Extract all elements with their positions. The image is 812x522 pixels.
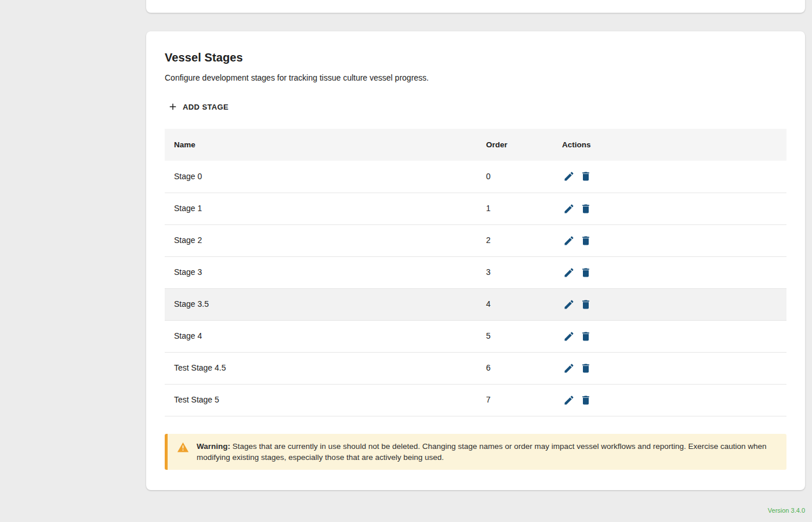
trash-icon bbox=[580, 367, 592, 376]
pencil-icon bbox=[563, 208, 575, 216]
pencil-icon bbox=[563, 240, 575, 248]
table-header: Name Order Actions bbox=[165, 129, 786, 161]
trash-icon bbox=[580, 240, 592, 248]
trash-icon bbox=[580, 335, 592, 344]
column-header-actions: Actions bbox=[553, 129, 786, 161]
warning-text-body: Stages that are currently in use should … bbox=[197, 442, 767, 462]
delete-stage-button[interactable] bbox=[579, 266, 593, 280]
stage-name-cell: Stage 0 bbox=[165, 161, 477, 193]
stage-actions-cell bbox=[553, 193, 786, 224]
add-stage-button-label: ADD STAGE bbox=[183, 103, 229, 111]
pencil-icon bbox=[563, 175, 575, 184]
edit-stage-button[interactable] bbox=[562, 202, 576, 216]
stage-row: Stage 33 bbox=[165, 256, 786, 288]
stage-actions-cell bbox=[553, 384, 786, 416]
stages-table: Name Order Actions Stage 00Stage 11Stage… bbox=[165, 129, 786, 416]
edit-stage-button[interactable] bbox=[562, 393, 576, 407]
warning-banner: Warning: Stages that are currently in us… bbox=[165, 434, 786, 470]
stage-row: Test Stage 57 bbox=[165, 384, 786, 416]
previous-card-bottom-edge bbox=[146, 0, 805, 13]
delete-stage-button[interactable] bbox=[579, 234, 593, 248]
stage-row: Stage 22 bbox=[165, 224, 786, 256]
edit-stage-button[interactable] bbox=[562, 266, 576, 280]
stage-order-cell: 1 bbox=[477, 193, 553, 224]
warning-triangle-icon bbox=[177, 441, 189, 454]
stage-name-cell: Stage 2 bbox=[165, 224, 477, 256]
trash-icon bbox=[580, 271, 592, 280]
stage-name-cell: Stage 4 bbox=[165, 320, 477, 352]
pencil-icon bbox=[563, 399, 575, 408]
pencil-icon bbox=[563, 303, 575, 312]
stage-order-cell: 4 bbox=[477, 288, 553, 320]
stage-order-cell: 0 bbox=[477, 161, 553, 193]
delete-stage-button[interactable] bbox=[579, 393, 593, 407]
stage-name-cell: Test Stage 5 bbox=[165, 384, 477, 416]
edit-stage-button[interactable] bbox=[562, 169, 576, 183]
stage-order-cell: 2 bbox=[477, 224, 553, 256]
edit-stage-button[interactable] bbox=[562, 234, 576, 248]
stage-name-cell: Stage 3 bbox=[165, 256, 477, 288]
edit-stage-button[interactable] bbox=[562, 361, 576, 375]
stage-order-cell: 3 bbox=[477, 256, 553, 288]
stage-actions-cell bbox=[553, 352, 786, 384]
stage-row: Stage 3.54 bbox=[165, 288, 786, 320]
stage-order-cell: 6 bbox=[477, 352, 553, 384]
edit-stage-button[interactable] bbox=[562, 298, 576, 311]
stage-name-cell: Test Stage 4.5 bbox=[165, 352, 477, 384]
vessel-stages-card: Vessel Stages Configure development stag… bbox=[146, 31, 805, 490]
delete-stage-button[interactable] bbox=[579, 169, 593, 183]
warning-text-bold: Warning: bbox=[197, 442, 230, 451]
add-stage-button[interactable]: ADD STAGE bbox=[165, 98, 233, 115]
stage-row: Stage 00 bbox=[165, 161, 786, 193]
stage-order-cell: 5 bbox=[477, 320, 553, 352]
plus-icon bbox=[168, 102, 178, 112]
stage-row: Test Stage 4.56 bbox=[165, 352, 786, 384]
pencil-icon bbox=[563, 335, 575, 344]
trash-icon bbox=[580, 175, 592, 184]
stage-name-cell: Stage 3.5 bbox=[165, 288, 477, 320]
pencil-icon bbox=[563, 271, 575, 280]
delete-stage-button[interactable] bbox=[579, 361, 593, 375]
stage-actions-cell bbox=[553, 224, 786, 256]
stage-name-cell: Stage 1 bbox=[165, 193, 477, 224]
card-subtitle: Configure development stages for trackin… bbox=[165, 73, 786, 82]
stage-actions-cell bbox=[553, 320, 786, 352]
column-header-order: Order bbox=[477, 129, 553, 161]
stage-row: Stage 11 bbox=[165, 193, 786, 224]
stage-actions-cell bbox=[553, 256, 786, 288]
edit-stage-button[interactable] bbox=[562, 329, 576, 343]
warning-text: Warning: Stages that are currently in us… bbox=[197, 441, 777, 463]
delete-stage-button[interactable] bbox=[579, 298, 593, 311]
column-header-name: Name bbox=[165, 129, 477, 161]
stage-order-cell: 7 bbox=[477, 384, 553, 416]
trash-icon bbox=[580, 303, 592, 312]
trash-icon bbox=[580, 399, 592, 408]
trash-icon bbox=[580, 208, 592, 216]
delete-stage-button[interactable] bbox=[579, 202, 593, 216]
pencil-icon bbox=[563, 367, 575, 376]
delete-stage-button[interactable] bbox=[579, 329, 593, 343]
version-label: Version 3.4.0 bbox=[768, 507, 805, 514]
stage-actions-cell bbox=[553, 288, 786, 320]
stage-actions-cell bbox=[553, 161, 786, 193]
page-title: Vessel Stages bbox=[165, 51, 786, 64]
stage-row: Stage 45 bbox=[165, 320, 786, 352]
